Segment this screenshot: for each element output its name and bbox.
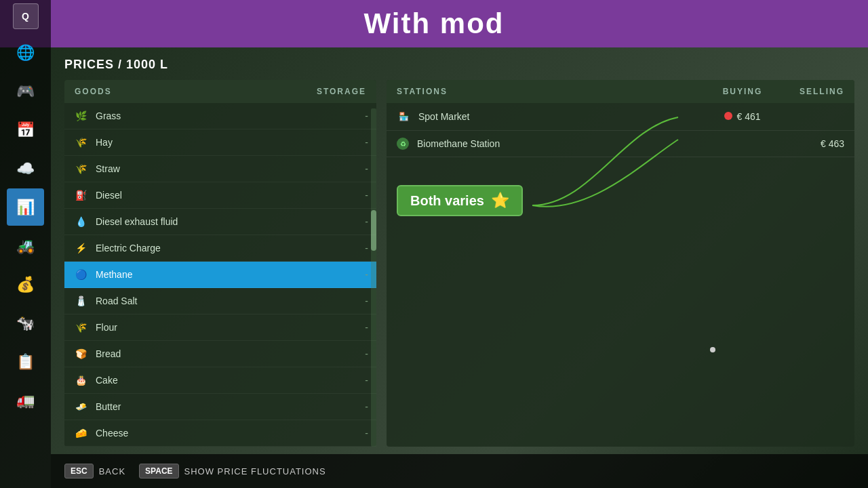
scrollbar[interactable] [371, 108, 376, 447]
red-dot-indicator [724, 112, 732, 120]
stations-panel: STATIONS BUYING SELLING 🏪 Spot Market € … [387, 80, 854, 447]
fluctuations-key-group: SPACE SHOW PRICE FLUCTUATIONS [139, 464, 326, 479]
goods-storage: - [365, 375, 368, 386]
storage-column-header: STORAGE [317, 87, 366, 96]
goods-storage: - [365, 110, 368, 121]
goods-storage: - [365, 296, 368, 306]
weather-icon: ☁️ [16, 160, 35, 178]
goods-storage: - [365, 216, 368, 227]
goods-name: Hay [96, 137, 365, 148]
bottom-bar: ESC BACK SPACE SHOW PRICE FLUCTUATIONS [51, 454, 868, 488]
goods-storage: - [365, 401, 368, 412]
calendar-icon: 📅 [16, 121, 35, 139]
goods-item-def[interactable]: 💧 Diesel exhaust fluid - [64, 209, 376, 235]
goods-name: Grass [96, 110, 365, 121]
biomethane-icon: ♻ [397, 138, 409, 150]
goods-list: 🌿 Grass - 🌾 Hay - 🌾 Straw - [64, 103, 376, 447]
roadsalt-icon: 🧂 [73, 293, 89, 309]
station-buying: € 461 [709, 111, 776, 122]
goods-item-cheese[interactable]: 🧀 Cheese - [64, 420, 376, 447]
left-sidebar: Q 🌐 🎮 📅 ☁️ 📊 🚜 💰 🐄 📋 🚛 [0, 0, 51, 488]
grass-icon: 🌿 [73, 108, 89, 124]
goods-storage: - [365, 163, 368, 174]
star-icon: ⭐ [491, 192, 509, 209]
fluctuations-label: SHOW PRICE FLUCTUATIONS [184, 466, 326, 476]
cheese-icon: 🧀 [73, 425, 89, 441]
goods-item-electric[interactable]: ⚡ Electric Charge - [64, 235, 376, 262]
flour-icon: 🌾 [73, 319, 89, 336]
straw-icon: 🌾 [73, 161, 89, 177]
station-name: Spot Market [418, 111, 709, 122]
cake-icon: 🎂 [73, 372, 89, 388]
money-icon: 💰 [16, 276, 35, 293]
sidebar-item-weather[interactable]: ☁️ [7, 150, 44, 187]
sidebar-item-cow[interactable]: 🐄 [7, 304, 44, 342]
esc-key: ESC [64, 464, 94, 479]
goods-item-flour[interactable]: 🌾 Flour - [64, 314, 376, 341]
bread-icon: 🍞 [73, 346, 89, 362]
goods-panel: GOODS STORAGE 🌿 Grass - 🌾 Hay - [64, 80, 376, 447]
sidebar-q-button[interactable]: Q [13, 3, 39, 29]
goods-name: Cheese [96, 428, 365, 439]
goods-name: Diesel exhaust fluid [96, 216, 365, 227]
goods-panel-wrapper: GOODS STORAGE 🌿 Grass - 🌾 Hay - [64, 80, 376, 447]
scroll-thumb [371, 210, 376, 251]
sidebar-item-calendar[interactable]: 📅 [7, 111, 44, 148]
methane-icon: 🔵 [73, 266, 89, 283]
goods-item-cake[interactable]: 🎂 Cake - [64, 367, 376, 394]
goods-item-grass[interactable]: 🌿 Grass - [64, 103, 376, 129]
buying-column-header: BUYING [709, 87, 776, 96]
hay-icon: 🌾 [73, 134, 89, 150]
goods-column-header: GOODS [75, 87, 317, 96]
goods-storage: - [365, 269, 368, 280]
sidebar-item-steering[interactable]: 🎮 [7, 73, 44, 110]
top-bar: With mod [0, 0, 868, 47]
goods-item-hay[interactable]: 🌾 Hay - [64, 129, 376, 156]
station-selling: € 463 [776, 138, 844, 149]
goods-name: Diesel [96, 190, 365, 201]
goods-item-methane[interactable]: 🔵 Methane - [64, 262, 376, 288]
sidebar-item-tractor[interactable]: 🚜 [7, 227, 44, 264]
stations-header: STATIONS BUYING SELLING [387, 80, 854, 103]
both-varies-badge: Both varies ⭐ [397, 185, 523, 216]
back-key-group: ESC BACK [64, 464, 125, 479]
goods-name: Road Salt [96, 296, 365, 306]
goods-name: Methane [96, 269, 365, 280]
goods-item-bread[interactable]: 🍞 Bread - [64, 341, 376, 367]
goods-storage: - [365, 190, 368, 201]
diesel-icon: ⛽ [73, 187, 89, 203]
goods-header: GOODS STORAGE [64, 80, 376, 103]
def-icon: 💧 [73, 214, 89, 230]
page-heading: With mod [364, 7, 505, 40]
sidebar-item-notes[interactable]: 📋 [7, 343, 44, 380]
goods-storage: - [365, 243, 368, 253]
sidebar-item-transport[interactable]: 🚛 [7, 382, 44, 419]
butter-icon: 🧈 [73, 399, 89, 415]
stations-column-header: STATIONS [397, 87, 709, 96]
tractor-icon: 🚜 [16, 237, 35, 255]
electric-icon: ⚡ [73, 240, 89, 256]
back-label: BACK [99, 466, 125, 476]
globe-icon: 🌐 [16, 44, 35, 62]
goods-name: Electric Charge [96, 243, 365, 253]
sidebar-item-globe[interactable]: 🌐 [7, 34, 44, 71]
goods-item-diesel[interactable]: ⛽ Diesel - [64, 182, 376, 209]
goods-item-butter[interactable]: 🧈 Butter - [64, 394, 376, 420]
station-row-biomethane[interactable]: ♻ Biomethane Station € 463 [387, 131, 854, 157]
goods-name: Butter [96, 401, 365, 412]
sidebar-item-chart[interactable]: 📊 [7, 188, 44, 226]
goods-name: Flour [96, 322, 365, 333]
goods-name: Bread [96, 348, 365, 359]
chart-icon: 📊 [16, 199, 35, 216]
goods-storage: - [365, 322, 368, 333]
page-title: PRICES / 1000 L [64, 58, 854, 72]
sidebar-item-money[interactable]: 💰 [7, 266, 44, 303]
transport-icon: 🚛 [16, 392, 35, 409]
station-row-spotmarket[interactable]: 🏪 Spot Market € 461 [387, 103, 854, 131]
main-content: PRICES / 1000 L GOODS STORAGE 🌿 Grass - … [51, 47, 868, 454]
notes-icon: 📋 [16, 353, 35, 371]
goods-item-straw[interactable]: 🌾 Straw - [64, 156, 376, 182]
goods-item-roadsalt[interactable]: 🧂 Road Salt - [64, 288, 376, 314]
goods-storage: - [365, 348, 368, 359]
both-varies-text: Both varies [410, 193, 484, 209]
